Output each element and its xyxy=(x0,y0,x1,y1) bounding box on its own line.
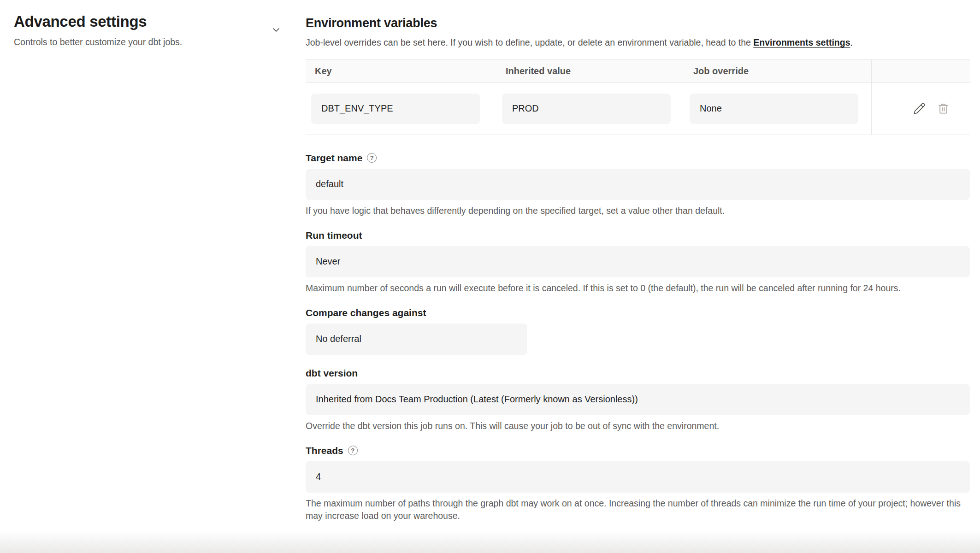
column-header-key: Key xyxy=(306,60,496,82)
threads-label: Threads xyxy=(306,444,343,457)
table-row: DBT_ENV_TYPE PROD None xyxy=(306,83,970,135)
env-var-override-cell: None xyxy=(684,94,871,124)
field-label-row: Target name ? xyxy=(306,152,970,164)
field-threads: Threads ? 4 The maximum number of paths … xyxy=(306,444,970,522)
field-compare-changes: Compare changes against No deferral xyxy=(306,306,970,355)
column-header-job-override: Job override xyxy=(684,60,871,82)
left-panel: Advanced settings Controls to better cus… xyxy=(0,0,306,48)
env-vars-title: Environment variables xyxy=(306,16,970,30)
field-run-timeout: Run timeout Never Maximum number of seco… xyxy=(306,229,970,294)
env-var-key-cell: DBT_ENV_TYPE xyxy=(306,94,496,124)
field-label-row: dbt version xyxy=(306,367,970,379)
dbt-version-select[interactable]: Inherited from Docs Team Production (Lat… xyxy=(306,384,970,415)
env-vars-table: Key Inherited value Job override DBT_ENV… xyxy=(306,59,970,135)
dbt-version-helper: Override the dbt version this job runs o… xyxy=(306,420,970,432)
field-target-name: Target name ? default If you have logic … xyxy=(306,152,970,217)
field-label-row: Compare changes against xyxy=(306,306,970,319)
edit-env-var-button[interactable] xyxy=(913,102,926,115)
chevron-down-icon xyxy=(271,24,282,35)
run-timeout-helper: Maximum number of seconds a run will exe… xyxy=(306,282,970,294)
advanced-settings-page: Advanced settings Controls to better cus… xyxy=(0,0,980,553)
field-label-row: Threads ? xyxy=(306,444,970,457)
env-var-job-override-value: None xyxy=(690,94,858,124)
help-icon[interactable]: ? xyxy=(367,153,377,163)
trash-icon xyxy=(937,102,950,115)
advanced-settings-content: Environment variables Job-level override… xyxy=(306,0,970,522)
run-timeout-input[interactable]: Never xyxy=(306,246,970,277)
env-vars-description: Job-level overrides can be set here. If … xyxy=(306,36,970,49)
delete-env-var-button[interactable] xyxy=(937,102,950,115)
env-vars-description-text: Job-level overrides can be set here. If … xyxy=(306,37,753,47)
env-var-actions-cell xyxy=(871,83,970,135)
target-name-label: Target name xyxy=(306,152,362,164)
target-name-input[interactable]: default xyxy=(306,169,970,200)
dbt-version-label: dbt version xyxy=(306,367,358,379)
env-var-inherited-cell: PROD xyxy=(496,94,684,124)
page-subtitle: Controls to better customize your dbt jo… xyxy=(14,36,306,48)
threads-input[interactable]: 4 xyxy=(306,461,970,493)
field-dbt-version: dbt version Inherited from Docs Team Pro… xyxy=(306,367,970,432)
env-vars-table-header: Key Inherited value Job override xyxy=(306,60,970,83)
field-label-row: Run timeout xyxy=(306,229,970,241)
target-name-helper: If you have logic that behaves different… xyxy=(306,205,970,217)
compare-changes-label: Compare changes against xyxy=(306,306,426,319)
column-header-inherited-value: Inherited value xyxy=(496,60,684,82)
compare-changes-select[interactable]: No deferral xyxy=(306,324,527,355)
threads-helper: The maximum number of paths through the … xyxy=(306,497,970,522)
environments-settings-link[interactable]: Environments settings xyxy=(753,37,850,47)
bottom-fade xyxy=(0,531,980,553)
env-var-inherited-value: PROD xyxy=(502,94,671,124)
env-var-key-value: DBT_ENV_TYPE xyxy=(311,94,480,124)
env-vars-description-period: . xyxy=(850,37,852,47)
page-title: Advanced settings xyxy=(14,12,306,31)
run-timeout-label: Run timeout xyxy=(306,229,362,241)
column-header-actions xyxy=(871,60,970,82)
pencil-icon xyxy=(913,102,926,115)
section-collapse-button[interactable] xyxy=(269,23,283,37)
help-icon[interactable]: ? xyxy=(348,446,358,455)
